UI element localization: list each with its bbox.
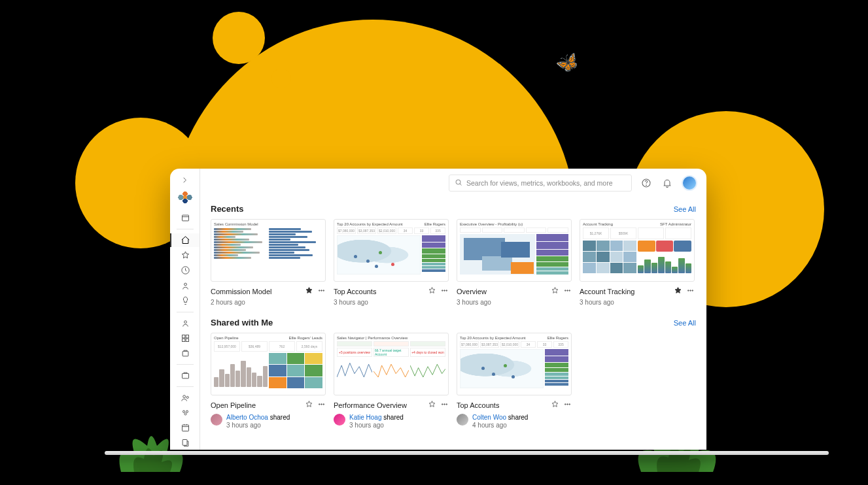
nav-personal-space[interactable] bbox=[170, 316, 200, 330]
nav-home[interactable] bbox=[170, 233, 200, 247]
share-time: 3 hours ago bbox=[349, 422, 404, 429]
shared-see-all[interactable]: See All bbox=[674, 319, 696, 327]
svg-rect-0 bbox=[182, 216, 189, 222]
card-title[interactable]: Commission Model bbox=[211, 288, 272, 295]
thumb-owner: Ellie Rogers bbox=[425, 222, 445, 226]
card-thumbnail[interactable]: Account TrackingSFT Administrator $1,276… bbox=[580, 219, 695, 282]
nav-favorites[interactable] bbox=[170, 248, 200, 262]
help-icon[interactable] bbox=[640, 176, 653, 190]
share-action: shared bbox=[508, 414, 529, 421]
card-thumbnail[interactable]: Sales Navigator | Performance Overview +… bbox=[334, 333, 449, 395]
nav-external-assets[interactable] bbox=[170, 369, 200, 382]
svg-point-17 bbox=[456, 180, 460, 184]
recents-title: Recents bbox=[211, 204, 244, 214]
card-title[interactable]: Open Pipeline bbox=[211, 401, 256, 409]
card-thumbnail[interactable]: Executive Overview - Profitability (u) bbox=[457, 219, 572, 282]
user-avatar[interactable] bbox=[682, 175, 697, 191]
card-byline: Katie Hoag shared 3 hours ago bbox=[334, 414, 449, 429]
sharer-name[interactable]: Alberto Ochoa bbox=[226, 414, 268, 421]
nav-recents[interactable] bbox=[170, 263, 200, 277]
svg-point-34 bbox=[323, 404, 324, 405]
nav-divider bbox=[177, 229, 194, 229]
thumb-title: Account Tracking bbox=[583, 222, 613, 226]
share-action: shared bbox=[270, 414, 290, 421]
card-thumbnail[interactable]: Top 20 Accounts by Expected AmountEllie … bbox=[457, 333, 572, 395]
more-icon[interactable] bbox=[686, 286, 695, 297]
svg-point-11 bbox=[186, 396, 188, 398]
card-title[interactable]: Top Accounts bbox=[334, 288, 376, 295]
sharer-name[interactable]: Colten Woo bbox=[472, 414, 506, 421]
main-panel: Search for views, metrics, workbooks, an… bbox=[200, 169, 706, 450]
more-icon[interactable] bbox=[317, 286, 326, 297]
more-icon[interactable] bbox=[440, 399, 449, 411]
nav-jobs[interactable] bbox=[170, 436, 200, 450]
shared-header: Shared with Me See All bbox=[211, 318, 696, 327]
star-icon[interactable] bbox=[305, 399, 313, 411]
svg-point-39 bbox=[567, 404, 568, 405]
star-icon[interactable] bbox=[428, 286, 436, 297]
star-icon[interactable] bbox=[551, 286, 559, 297]
more-icon[interactable] bbox=[563, 286, 572, 297]
thumb-kpi: $36,489 bbox=[241, 341, 268, 352]
thumb-owner: Ellie Rogers bbox=[547, 336, 568, 340]
shared-title: Shared with Me bbox=[211, 318, 273, 327]
card-thumbnail[interactable]: Open PipelineEllie Rogers' Leads $12,957… bbox=[211, 333, 326, 395]
thumb-kpi: 762 bbox=[269, 341, 295, 352]
card-title[interactable]: Performance Overview bbox=[334, 401, 407, 409]
svg-point-25 bbox=[446, 290, 447, 292]
tableau-logo[interactable] bbox=[178, 192, 192, 203]
card-byline: Colten Woo shared 4 hours ago bbox=[457, 414, 572, 429]
star-icon[interactable] bbox=[428, 399, 436, 411]
nav-recommendations[interactable] bbox=[170, 294, 200, 308]
star-icon[interactable] bbox=[551, 399, 559, 411]
thumb-title: Executive Overview - Profitability (u) bbox=[460, 222, 523, 226]
star-icon[interactable] bbox=[674, 286, 682, 297]
sharer-name[interactable]: Katie Hoag bbox=[349, 414, 381, 421]
top-bar: Search for views, metrics, workbooks, an… bbox=[200, 169, 706, 197]
shared-card: Top 20 Accounts by Expected AmountEllie … bbox=[457, 333, 572, 429]
recent-card: Executive Overview - Profitability (u) bbox=[457, 219, 572, 306]
svg-point-27 bbox=[567, 290, 568, 292]
nav-collections[interactable] bbox=[170, 346, 200, 360]
svg-point-10 bbox=[183, 395, 186, 397]
bg-blob bbox=[271, 69, 291, 88]
sharer-avatar bbox=[211, 414, 222, 426]
recents-row: Sales Commission Model bbox=[211, 219, 696, 306]
star-icon[interactable] bbox=[305, 286, 313, 297]
svg-point-36 bbox=[444, 404, 445, 405]
thumb-tile: +5 positions overview bbox=[337, 348, 372, 357]
svg-point-23 bbox=[442, 290, 443, 292]
more-icon[interactable] bbox=[440, 286, 449, 297]
search-input[interactable]: Search for views, metrics, workbooks, an… bbox=[449, 175, 632, 192]
card-title[interactable]: Top Accounts bbox=[457, 401, 499, 409]
recent-card: Sales Commission Model bbox=[211, 219, 326, 306]
card-title[interactable]: Account Tracking bbox=[580, 288, 634, 295]
nav-users[interactable] bbox=[170, 391, 200, 405]
nav-shared[interactable] bbox=[170, 279, 200, 293]
card-thumbnail[interactable]: Top 20 Accounts by Expected AmountEllie … bbox=[334, 219, 449, 282]
sidebar-toggle[interactable] bbox=[170, 174, 200, 186]
svg-point-24 bbox=[444, 290, 445, 292]
more-icon[interactable] bbox=[317, 399, 326, 411]
card-byline: Alberto Ochoa shared 3 hours ago bbox=[211, 414, 326, 429]
nav-explore[interactable] bbox=[170, 331, 200, 345]
recents-see-all[interactable]: See All bbox=[674, 205, 696, 213]
svg-point-30 bbox=[690, 290, 691, 292]
card-thumbnail[interactable]: Sales Commission Model bbox=[211, 219, 326, 282]
notifications-icon[interactable] bbox=[661, 176, 674, 190]
nav-groups[interactable] bbox=[170, 406, 200, 420]
more-icon[interactable] bbox=[563, 399, 572, 411]
thumb-tile: 66.7 annual target Account bbox=[373, 348, 409, 357]
svg-point-31 bbox=[692, 290, 693, 292]
svg-point-35 bbox=[442, 404, 443, 405]
nav-schedules[interactable] bbox=[170, 421, 200, 435]
svg-point-12 bbox=[182, 410, 184, 412]
sharer-avatar bbox=[457, 414, 468, 426]
thumb-tile: +4 days to closed won bbox=[410, 348, 445, 357]
nav-divider bbox=[177, 386, 194, 387]
new-menu[interactable] bbox=[170, 211, 200, 225]
shared-card: Sales Navigator | Performance Overview +… bbox=[334, 333, 449, 429]
thumb-title: Top 20 Accounts by Expected Amount bbox=[460, 336, 526, 340]
card-title[interactable]: Overview bbox=[457, 288, 487, 295]
svg-rect-4 bbox=[182, 335, 185, 337]
